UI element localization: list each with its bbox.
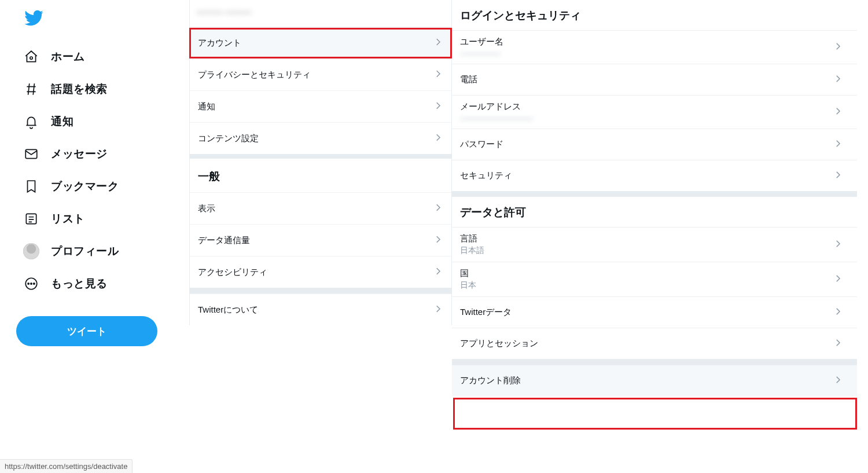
divider xyxy=(190,288,451,294)
chevron-right-icon xyxy=(433,266,443,278)
svg-point-0 xyxy=(30,57,32,59)
chevron-right-icon xyxy=(833,170,843,182)
detail-label: アプリとセッション xyxy=(460,338,849,349)
detail-item-country[interactable]: 国 日本 xyxy=(452,262,857,296)
nav-messages[interactable]: メッセージ xyxy=(17,138,168,170)
detail-label: パスワード xyxy=(460,139,849,150)
svg-point-4 xyxy=(28,283,29,284)
bookmark-icon xyxy=(23,178,39,195)
settings-item-label: アクセシビリティ xyxy=(198,267,267,278)
section-login-security: ログインとセキュリティ xyxy=(452,0,857,30)
detail-value-blurred: ————— xyxy=(460,49,849,58)
settings-header: ——— ——— xyxy=(190,0,451,27)
nav-label: ホーム xyxy=(51,49,85,64)
settings-item-label: 通知 xyxy=(198,101,215,112)
chevron-right-icon xyxy=(433,133,443,145)
nav-label: メッセージ xyxy=(51,146,108,162)
highlight-box-deactivate xyxy=(453,398,857,430)
settings-item-label: Twitterについて xyxy=(198,305,258,316)
detail-item-username[interactable]: ユーザー名 ————— xyxy=(452,30,857,64)
nav-more[interactable]: もっと見る xyxy=(17,267,168,300)
nav-explore[interactable]: 話題を検索 xyxy=(17,73,168,105)
detail-label: セキュリティ xyxy=(460,170,849,181)
section-data-perm: データと許可 xyxy=(452,197,857,227)
more-icon xyxy=(23,276,39,292)
detail-label: Twitterデータ xyxy=(460,307,849,318)
settings-item-label: 表示 xyxy=(198,203,215,214)
settings-item-notifications[interactable]: 通知 xyxy=(190,90,451,122)
divider xyxy=(452,191,857,197)
hash-icon xyxy=(23,81,39,97)
envelope-icon xyxy=(23,146,39,162)
chevron-right-icon xyxy=(833,306,843,319)
settings-item-label: コンテンツ設定 xyxy=(198,133,259,144)
nav-label: 通知 xyxy=(51,114,73,129)
chevron-right-icon xyxy=(833,41,843,54)
svg-rect-1 xyxy=(25,149,37,158)
chevron-right-icon xyxy=(433,101,443,113)
chevron-right-icon xyxy=(833,375,843,387)
detail-item-password[interactable]: パスワード xyxy=(452,129,857,160)
bell-icon xyxy=(23,113,39,130)
tweet-button[interactable]: ツイート xyxy=(16,316,157,346)
detail-item-security[interactable]: セキュリティ xyxy=(452,160,857,191)
settings-column: ——— ——— アカウント プライバシーとセキュリティ 通知 コンテンツ設定 一… xyxy=(189,0,452,325)
settings-item-account[interactable]: アカウント xyxy=(190,27,451,58)
detail-label: 電話 xyxy=(460,74,849,85)
nav-bookmarks[interactable]: ブックマーク xyxy=(17,170,168,203)
nav-label: リスト xyxy=(51,211,85,226)
detail-item-twitter-data[interactable]: Twitterデータ xyxy=(452,296,857,328)
svg-point-5 xyxy=(31,283,32,284)
tweet-button-label: ツイート xyxy=(67,325,106,338)
detail-item-deactivate[interactable]: アカウント削除 xyxy=(452,365,857,396)
chevron-right-icon xyxy=(833,239,843,251)
settings-section-general: 一般 xyxy=(190,154,451,192)
nav-profile[interactable]: プロフィール xyxy=(17,235,168,267)
chevron-right-icon xyxy=(433,203,443,215)
account-detail-column: ログインとセキュリティ ユーザー名 ————— 電話 メールアドレス —————… xyxy=(452,0,857,396)
settings-item-label: アカウント xyxy=(198,38,241,49)
detail-label: メールアドレス xyxy=(460,101,849,112)
chevron-right-icon xyxy=(433,234,443,247)
settings-item-accessibility[interactable]: アクセシビリティ xyxy=(190,256,451,288)
nav-label: 話題を検索 xyxy=(51,82,108,97)
settings-item-about[interactable]: Twitterについて xyxy=(190,294,451,325)
chevron-right-icon xyxy=(833,273,843,286)
detail-item-language[interactable]: 言語 日本語 xyxy=(452,227,857,262)
settings-item-privacy[interactable]: プライバシーとセキュリティ xyxy=(190,58,451,90)
settings-item-label: プライバシーとセキュリティ xyxy=(198,69,311,80)
detail-label: 言語 xyxy=(460,233,849,244)
chevron-right-icon xyxy=(833,338,843,350)
list-icon xyxy=(23,211,39,227)
settings-item-data[interactable]: データ通信量 xyxy=(190,224,451,256)
chevron-right-icon xyxy=(433,37,443,49)
detail-label: アカウント削除 xyxy=(460,375,849,386)
account-name-blurred: ——— ——— xyxy=(197,7,251,17)
twitter-logo-icon[interactable] xyxy=(24,8,44,28)
detail-value: 日本 xyxy=(460,280,849,291)
nav-label: もっと見る xyxy=(51,276,108,291)
settings-item-label: データ通信量 xyxy=(198,235,250,246)
settings-item-display[interactable]: 表示 xyxy=(190,192,451,224)
nav-home[interactable]: ホーム xyxy=(17,41,168,73)
settings-item-content[interactable]: コンテンツ設定 xyxy=(190,122,451,154)
nav-lists[interactable]: リスト xyxy=(17,203,168,235)
svg-point-6 xyxy=(34,283,35,284)
chevron-right-icon xyxy=(833,74,843,86)
home-icon xyxy=(23,49,39,65)
browser-status-url: https://twitter.com/settings/deactivate xyxy=(0,459,133,473)
nav-label: ブックマーク xyxy=(51,179,119,194)
detail-item-email[interactable]: メールアドレス ————————— xyxy=(452,95,857,129)
chevron-right-icon xyxy=(833,138,843,151)
detail-label: 国 xyxy=(460,268,849,279)
nav-notifications[interactable]: 通知 xyxy=(17,105,168,138)
sidebar-nav: ホーム 話題を検索 通知 メッセージ ブックマーク リスト プロ xyxy=(17,8,168,346)
detail-label: ユーザー名 xyxy=(460,36,849,47)
avatar-icon xyxy=(23,243,39,259)
divider xyxy=(452,359,857,365)
detail-item-phone[interactable]: 電話 xyxy=(452,64,857,95)
detail-value-blurred: ————————— xyxy=(460,113,849,123)
detail-item-apps-sessions[interactable]: アプリとセッション xyxy=(452,328,857,359)
chevron-right-icon xyxy=(433,69,443,81)
chevron-right-icon xyxy=(433,304,443,316)
